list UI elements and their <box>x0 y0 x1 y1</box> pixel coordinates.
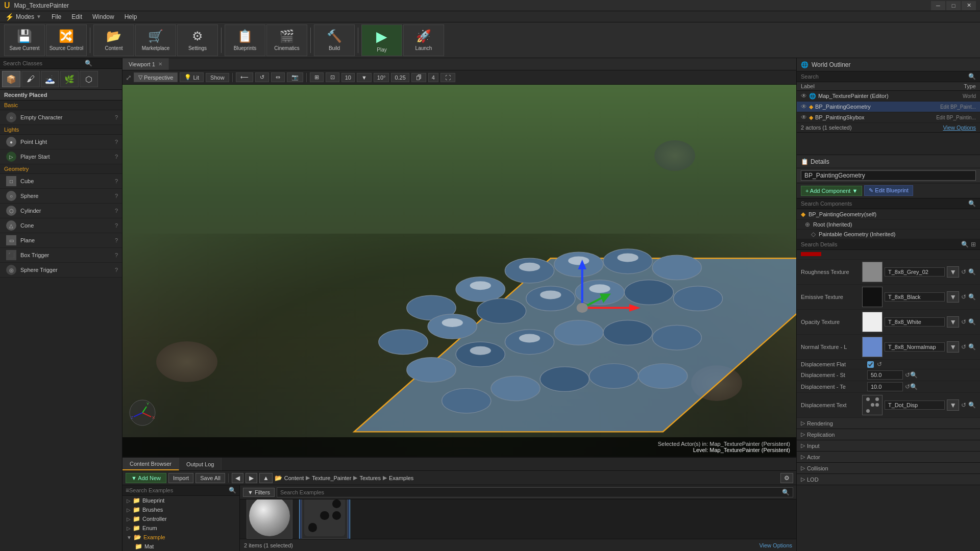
displacement-text-swatch[interactable] <box>862 395 883 415</box>
save-current-button[interactable]: 💾 Save Current <box>4 24 45 56</box>
edit-menu[interactable]: Edit <box>66 11 87 22</box>
outliner-item-world[interactable]: 👁 🌐 Map_TexturePainter (Editor) World <box>797 91 980 102</box>
file-menu[interactable]: File <box>46 11 66 22</box>
displacement-st-input[interactable] <box>867 370 903 380</box>
rendering-section[interactable]: ▷ Rendering <box>797 418 980 429</box>
emissive-search-icon[interactable]: 🔍 <box>968 293 976 300</box>
actor-cylinder[interactable]: ⬡ Cylinder ? <box>0 204 122 218</box>
world-outliner-view-options[interactable]: View Options <box>943 124 976 131</box>
close-button[interactable]: ✕ <box>962 1 976 10</box>
displacement-st-search-icon[interactable]: 🔍 <box>910 371 918 379</box>
world-eye-icon[interactable]: 👁 <box>801 92 807 99</box>
source-control-button[interactable]: 🔀 Source Control <box>46 24 87 56</box>
maximize-button[interactable]: □ <box>946 1 961 10</box>
plane-help[interactable]: ? <box>115 237 118 243</box>
displacement-flat-reset-icon[interactable]: ↺ <box>877 361 882 368</box>
build-button[interactable]: 🔨 Build <box>314 24 355 56</box>
roughness-texture-swatch[interactable] <box>862 262 883 282</box>
displacement-text-reset-icon[interactable]: ↺ <box>961 402 966 409</box>
actor-sphere-trigger[interactable]: ◎ Sphere Trigger ? <box>0 263 122 278</box>
displacement-flat-checkbox[interactable] <box>867 361 874 368</box>
player-start-help[interactable]: ? <box>115 154 118 160</box>
search-details-input[interactable] <box>801 241 959 247</box>
category-basic[interactable]: Basic <box>0 101 122 110</box>
play-button[interactable]: ▶ Play <box>361 24 402 56</box>
actor-cone[interactable]: △ Cone ? <box>0 218 122 233</box>
painting-skybox-eye-icon[interactable]: 👁 <box>801 114 807 121</box>
viewport-tab-close-icon[interactable]: ✕ <box>158 61 162 67</box>
folder-mat[interactable]: 📁 Mat <box>122 542 239 551</box>
category-geometry[interactable]: Geometry <box>0 164 122 174</box>
save-all-button[interactable]: Save All <box>195 473 225 483</box>
outliner-item-painting-skybox[interactable]: 👁 ◆ BP_PaintingSkybox Edit BP_Paintin... <box>797 112 980 123</box>
top-color-swatch[interactable] <box>801 252 821 256</box>
actor-sphere[interactable]: ○ Sphere ? <box>0 189 122 204</box>
actor-empty-character[interactable]: ○ Empty Character ? <box>0 110 122 125</box>
folder-search-input[interactable] <box>129 487 229 493</box>
box-trigger-help[interactable]: ? <box>115 252 118 258</box>
outliner-search-input[interactable] <box>801 73 966 80</box>
asset-t-dot-disp[interactable]: T_Dot_Disp <box>299 499 350 539</box>
folder-controller[interactable]: ▷ 📁 Controller <box>122 514 239 523</box>
path-textures[interactable]: Textures <box>359 475 381 481</box>
displacement-st-reset-icon[interactable]: ↺ <box>905 371 910 379</box>
opacity-texture-swatch[interactable] <box>862 312 883 332</box>
perspective-btn[interactable]: ▽ Perspective <box>134 72 178 82</box>
layers-btn[interactable]: 🗍 <box>411 73 426 82</box>
component-self[interactable]: ◆ BP_PaintingGeometry(self) <box>797 209 980 220</box>
marketplace-button[interactable]: 🛒 Marketplace <box>135 24 176 56</box>
actor-point-light[interactable]: ● Point Light ? <box>0 135 122 149</box>
details-grid-view-icon[interactable]: ⊞ <box>971 241 976 248</box>
normal-texture-swatch[interactable] <box>862 337 883 357</box>
opacity-reset-icon[interactable]: ↺ <box>961 318 966 325</box>
path-content[interactable]: Content <box>284 475 304 481</box>
opacity-texture-dropdown[interactable]: ▼ <box>947 316 959 328</box>
show-btn[interactable]: Show <box>206 73 229 82</box>
add-new-button[interactable]: ▼ Add New <box>126 473 166 483</box>
view-options-link[interactable]: View Options <box>759 542 792 548</box>
camera-btn[interactable]: 📷 <box>287 72 303 82</box>
paint-mode-btn[interactable]: 🖌 <box>21 71 40 87</box>
displacement-text-search-icon[interactable]: 🔍 <box>968 402 976 409</box>
geometry-mode-btn[interactable]: ⬡ <box>80 71 98 87</box>
launch-button[interactable]: 🚀 Launch <box>403 24 444 56</box>
search-classes-input[interactable] <box>3 60 85 66</box>
displacement-te-input[interactable] <box>867 382 903 391</box>
normal-reset-icon[interactable]: ↺ <box>961 343 966 350</box>
normal-texture-dropdown[interactable]: ▼ <box>947 341 959 353</box>
folder-enum[interactable]: ▷ 📁 Enum <box>122 523 239 533</box>
input-section[interactable]: ▷ Input <box>797 440 980 452</box>
collapse-tree-icon[interactable]: ≡ <box>126 487 129 494</box>
details-actor-name-input[interactable] <box>801 170 976 181</box>
folder-example[interactable]: ▼ 📂 Example <box>122 533 239 542</box>
nav-forward-button[interactable]: ▶ <box>246 473 257 483</box>
cinematics-button[interactable]: 🎬 Cinematics <box>266 24 307 56</box>
maximize-viewport-btn[interactable]: ⛶ <box>440 73 455 82</box>
sphere-trigger-help[interactable]: ? <box>115 267 118 273</box>
cylinder-help[interactable]: ? <box>115 208 118 214</box>
grid-dropdown-btn[interactable]: ▼ <box>357 73 372 82</box>
outliner-item-painting-geometry[interactable]: 👁 ◆ BP_PaintingGeometry Edit BP_Paint... <box>797 102 980 112</box>
replication-section[interactable]: ▷ Replication <box>797 429 980 440</box>
actor-plane[interactable]: ▭ Plane ? <box>0 233 122 248</box>
content-button[interactable]: 📂 Content <box>93 24 134 56</box>
empty-character-help[interactable]: ? <box>115 114 118 120</box>
output-log-tab[interactable]: Output Log <box>179 458 222 470</box>
nav-up-button[interactable]: ▲ <box>259 473 273 483</box>
recently-placed-header[interactable]: Recently Placed <box>0 90 122 101</box>
cone-help[interactable]: ? <box>115 222 118 229</box>
viewport-tab-1[interactable]: Viewport 1 ✕ <box>122 58 169 70</box>
filters-button[interactable]: ▼ Filters <box>243 488 275 497</box>
lod-section[interactable]: ▷ LOD <box>797 474 980 485</box>
actor-section[interactable]: ▷ Actor <box>797 452 980 463</box>
blueprints-button[interactable]: 📋 Blueprints <box>225 24 265 56</box>
nav-back-button[interactable]: ◀ <box>232 473 243 483</box>
add-component-button[interactable]: + Add Component ▼ <box>801 186 862 196</box>
edit-blueprint-button[interactable]: ✎ Edit Blueprint <box>864 185 913 196</box>
translate-gizmo-btn[interactable]: ⟵ <box>236 72 253 82</box>
displacement-text-dropdown[interactable]: ▼ <box>947 399 959 411</box>
roughness-search-icon[interactable]: 🔍 <box>968 268 976 276</box>
cb-settings-button[interactable]: ⚙ <box>780 473 793 483</box>
emissive-texture-swatch[interactable] <box>862 287 883 307</box>
settings-button[interactable]: ⚙ Settings <box>177 24 218 56</box>
